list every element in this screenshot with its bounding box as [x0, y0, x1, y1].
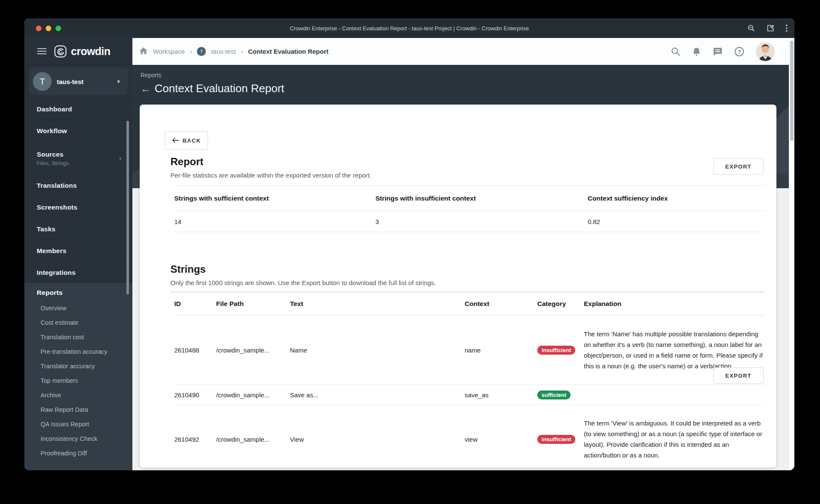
cell-id: 2610488: [174, 347, 216, 354]
cell-text: Save as...: [290, 391, 465, 399]
crowdin-logo-text: crowdin: [71, 45, 110, 58]
chevron-right-icon: ›: [241, 48, 243, 55]
cell-file-path: /crowdin_sample...: [216, 391, 290, 399]
sidebar-report-inconsistency-check[interactable]: Inconsistency Check: [24, 431, 132, 446]
sidebar-reports-group: Reports Overview Cost estimate Translati…: [24, 283, 132, 470]
cell-id: 2610490: [174, 391, 216, 399]
table-row[interactable]: 2610488 /crowdin_sample... Name name ins…: [174, 315, 764, 385]
category-badge: insufficient: [537, 346, 575, 355]
sidebar-report-raw-report-data[interactable]: Raw Report Data: [24, 402, 132, 417]
sidebar-report-overview[interactable]: Overview: [24, 301, 132, 315]
sidebar-report-qa-issues[interactable]: QA Issues Report: [24, 417, 132, 431]
user-avatar[interactable]: [756, 42, 775, 61]
sidebar-report-proofreading-diff[interactable]: Proofreading Diff: [24, 446, 132, 460]
cell-context: name: [465, 347, 537, 354]
sidebar-item-integrations[interactable]: Integrations: [24, 262, 132, 284]
sidebar-item-workflow[interactable]: Workflow: [24, 120, 132, 142]
stat-label-sufficient: Strings with sufficient context: [174, 195, 375, 202]
browser-tab-title: Crowdin Enterprise - Context Evaluation …: [24, 25, 794, 32]
stat-label-insufficient: Strings with insufficient context: [375, 195, 588, 202]
desktop: Crowdin Enterprise - Context Evaluation …: [0, 0, 820, 504]
cell-file-path: /crowdin_sample...: [216, 347, 290, 354]
crowdin-logo-icon: [54, 45, 67, 58]
sidebar-report-cost-estimate[interactable]: Cost estimate: [24, 315, 132, 330]
project-selector-label: taus-test: [57, 78, 84, 85]
stat-value-index: 0.82: [588, 218, 764, 225]
report-card: BACK EXPORT EXPORT Report Per-file stati…: [140, 105, 776, 468]
page-scrollbar-thumb[interactable]: [790, 41, 794, 141]
sidebar-report-translation-cost[interactable]: Translation cost: [24, 330, 132, 344]
sidebar-report-translator-accuracy[interactable]: Translator accuracy: [24, 359, 132, 373]
breadcrumb-project[interactable]: taus-test: [211, 48, 236, 55]
col-explanation: Explanation: [584, 300, 764, 308]
cell-context: save_as: [465, 391, 537, 399]
project-selector[interactable]: T taus-test ▼: [29, 68, 128, 95]
col-context: Context: [465, 300, 537, 308]
chevron-right-icon: ›: [190, 48, 192, 55]
category-badge: sufficient: [537, 390, 571, 399]
strings-section-heading: Strings: [170, 263, 764, 275]
search-icon[interactable]: [671, 47, 680, 56]
sidebar-report-top-members[interactable]: Top members: [24, 373, 132, 388]
cell-context: view: [465, 436, 537, 443]
browser-menu-kebab-icon[interactable]: [786, 24, 788, 32]
stat-label-index: Context sufficiency index: [588, 195, 764, 202]
messages-icon[interactable]: [713, 47, 723, 56]
browser-window: Crowdin Enterprise - Context Evaluation …: [24, 18, 794, 470]
sidebar-item-dashboard[interactable]: Dashboard: [24, 99, 132, 120]
category-badge: insufficient: [537, 435, 575, 444]
app-header: Workspace › T taus-test › Context Evalua…: [132, 38, 789, 65]
svg-text:?: ?: [738, 48, 741, 55]
help-icon[interactable]: ?: [734, 47, 744, 57]
table-row[interactable]: 2610492 /crowdin_sample... View view ins…: [174, 405, 764, 468]
table-row[interactable]: 2610490 /crowdin_sample... Save as... sa…: [174, 385, 764, 405]
strings-section-subtitle: Only the first 1000 strings are shown. U…: [170, 279, 764, 286]
page-title: Context Evaluation Report: [155, 82, 284, 95]
sidebar-scrollbar[interactable]: [126, 121, 129, 294]
cell-explanation: [584, 392, 764, 397]
hero-section-label: Reports: [141, 72, 161, 79]
report-export-button[interactable]: EXPORT: [713, 158, 764, 175]
hamburger-menu-icon[interactable]: [37, 47, 47, 56]
col-id: ID: [174, 300, 216, 308]
sidebar-item-translations[interactable]: Translations: [24, 175, 132, 197]
sidebar-report-pre-translation-accuracy[interactable]: Pre-translation accuracy: [24, 344, 132, 359]
cell-file-path: /crowdin_sample...: [216, 436, 290, 443]
back-arrow-icon[interactable]: ←: [141, 84, 151, 94]
breadcrumb-project-avatar[interactable]: T: [197, 47, 206, 56]
page-content: Reports ← Context Evaluation Report BACK…: [132, 65, 789, 470]
arrow-left-icon: [172, 137, 179, 143]
col-text: Text: [290, 300, 465, 308]
cell-id: 2610492: [174, 436, 216, 443]
chevron-right-icon: ›: [119, 154, 121, 162]
sidebar-item-sources[interactable]: Sources Files, Strings ›: [24, 142, 132, 175]
zoom-page-icon[interactable]: [747, 24, 755, 32]
sidebar-item-members[interactable]: Members: [24, 240, 132, 262]
report-section-heading: Report: [170, 156, 764, 168]
col-category: Category: [537, 300, 584, 308]
sidebar-item-tasks[interactable]: Tasks: [24, 218, 132, 240]
sidebar-item-screenshots[interactable]: Screenshots: [24, 197, 132, 218]
back-button[interactable]: BACK: [165, 131, 208, 150]
strings-table-header: ID File Path Text Context Category Expla…: [174, 292, 764, 315]
cell-text: Name: [290, 347, 465, 354]
home-icon[interactable]: [139, 47, 148, 56]
sidebar-item-reports[interactable]: Reports: [24, 289, 132, 301]
strings-table: ID File Path Text Context Category Expla…: [174, 292, 764, 468]
strings-export-button[interactable]: EXPORT: [713, 367, 764, 384]
stat-value-sufficient: 14: [174, 218, 375, 225]
breadcrumb-workspace[interactable]: Workspace: [153, 48, 185, 55]
cell-text: View: [290, 436, 465, 443]
sidebar: crowdin T taus-test ▼ Dashboard Workflow…: [24, 38, 132, 470]
chevron-down-icon: ▼: [116, 79, 121, 84]
stat-value-insufficient: 3: [375, 218, 588, 225]
crowdin-logo[interactable]: crowdin: [54, 45, 110, 58]
cell-explanation: The term 'Name' has multiple possible tr…: [584, 326, 764, 374]
cell-explanation: The term 'View' is ambiguous. It could b…: [584, 415, 764, 463]
sidebar-report-archive[interactable]: Archive: [24, 388, 132, 402]
report-section-subtitle: Per-file statistics are available within…: [170, 172, 764, 179]
page-scrollbar[interactable]: [789, 38, 794, 470]
notifications-bell-icon[interactable]: [692, 47, 701, 56]
extensions-icon[interactable]: [766, 24, 775, 32]
col-file-path: File Path: [216, 300, 290, 308]
